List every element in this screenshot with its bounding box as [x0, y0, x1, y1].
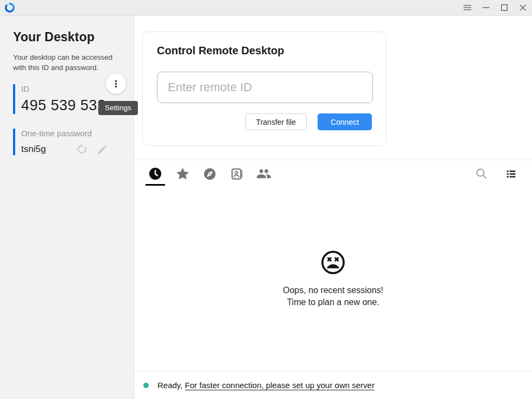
- rustdesk-logo: [4, 2, 15, 13]
- session-tabbar: [134, 160, 532, 187]
- setup-server-link[interactable]: For faster connection, please set up you…: [185, 381, 375, 390]
- tab-group[interactable]: [257, 161, 271, 187]
- status-dot: [143, 383, 149, 388]
- empty-state-line2: Time to plan a new one.: [283, 296, 383, 308]
- minimize-icon[interactable]: [477, 0, 495, 15]
- star-icon: [175, 167, 190, 181]
- hamburger-menu-icon[interactable]: [458, 0, 477, 15]
- refresh-icon[interactable]: [76, 143, 88, 155]
- titlebar: [0, 0, 532, 16]
- list-view-icon[interactable]: [503, 166, 519, 182]
- control-remote-desktop-card: Control Remote Desktop Transfer file Con…: [142, 31, 387, 146]
- password-label: One-time password: [21, 129, 134, 138]
- sidebar-your-desktop: Your Desktop Your desktop can be accesse…: [0, 16, 134, 399]
- one-time-password-block: One-time password tsni5g: [13, 129, 134, 155]
- sad-face-icon: [320, 250, 346, 277]
- close-icon[interactable]: [514, 0, 532, 15]
- app-window: Your Desktop Your desktop can be accesse…: [0, 0, 532, 399]
- status-ready-label: Ready,: [157, 381, 182, 390]
- settings-tooltip: Settings: [98, 101, 138, 115]
- clock-icon: [148, 167, 162, 181]
- empty-state-line1: Oops, no recent sessions!: [283, 284, 383, 296]
- tab-recent-sessions[interactable]: [148, 161, 162, 187]
- address-book-icon: [230, 167, 244, 181]
- search-icon[interactable]: [473, 166, 490, 182]
- remote-id-input[interactable]: [157, 72, 373, 103]
- group-icon: [256, 166, 271, 181]
- edit-icon[interactable]: [97, 144, 108, 155]
- tab-address-book[interactable]: [230, 161, 244, 187]
- tab-discovered[interactable]: [202, 161, 217, 187]
- transfer-file-button[interactable]: Transfer file: [245, 113, 307, 130]
- empty-state: Oops, no recent sessions! Time to plan a…: [134, 187, 532, 371]
- card-title: Control Remote Desktop: [157, 45, 372, 57]
- kebab-menu-icon[interactable]: ⋮: [106, 74, 126, 94]
- password-value: tsni5g: [21, 144, 46, 155]
- connect-button[interactable]: Connect: [318, 113, 372, 130]
- sidebar-description: Your desktop can be accessed with this I…: [13, 52, 122, 73]
- maximize-icon[interactable]: [495, 0, 514, 15]
- tab-favorites[interactable]: [175, 161, 189, 187]
- statusbar: Ready, For faster connection, please set…: [134, 371, 532, 399]
- status-text: Ready, For faster connection, please set…: [157, 381, 375, 390]
- sidebar-title: Your Desktop: [13, 30, 134, 45]
- main-panel: Control Remote Desktop Transfer file Con…: [134, 16, 532, 399]
- compass-icon: [203, 167, 217, 181]
